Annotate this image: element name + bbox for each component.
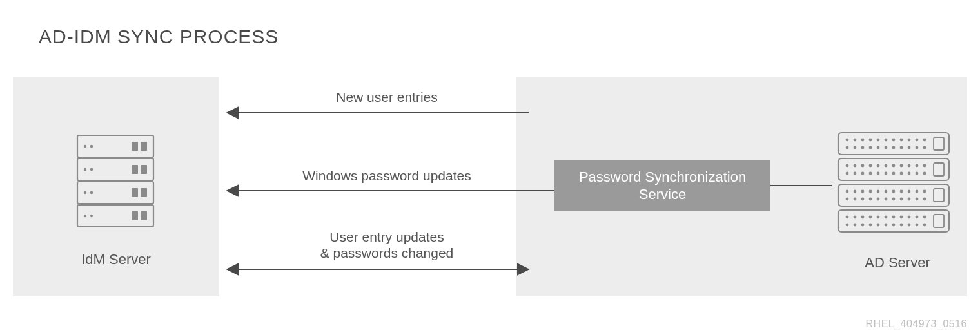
password-sync-service-box: Password Synchronization Service	[554, 160, 770, 211]
diagram-title: AD-IDM SYNC PROCESS	[39, 26, 279, 48]
arrow-label-user-updates: User entry updates& passwords changed	[290, 229, 484, 261]
ad-server-label: AD Server	[859, 254, 936, 271]
idm-server-label: IdM Server	[77, 251, 155, 268]
footer-code: RHEL_404973_0516	[866, 318, 967, 330]
arrow-label-password-updates: Windows password updates	[290, 168, 484, 184]
arrow-label-new-users: New user entries	[290, 89, 484, 105]
